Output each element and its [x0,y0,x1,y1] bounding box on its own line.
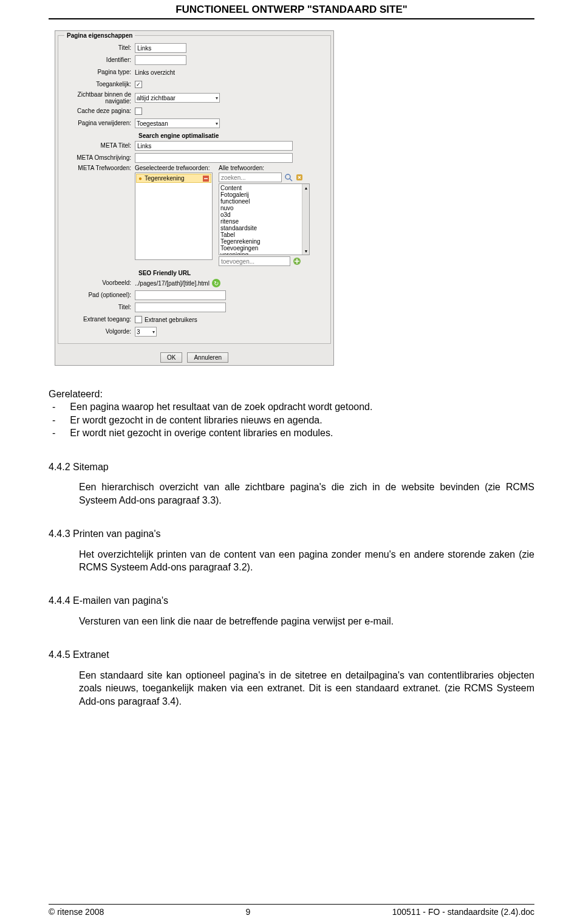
chevron-down-icon: ▾ [216,121,218,126]
input-titel[interactable] [135,43,186,53]
kw-add-input[interactable] [219,256,290,266]
label-meta-omschrijving: META Omschrijving: [62,154,135,162]
seo-url-heading: SEO Friendly URL [138,270,327,276]
related-item-text: Een pagina waarop het resultaat van de z… [70,400,372,413]
value-paginatype: Links overzicht [135,69,327,76]
label-zichtbaar: Zichtbaar binnen de navigatie: [62,91,135,104]
bullet-dash: - [52,426,55,439]
add-keyword-icon[interactable] [293,257,301,265]
footer-left: © ritense 2008 [49,907,104,917]
document-page: FUNCTIONEEL ONTWERP "STANDAARD SITE" Pag… [0,0,583,924]
fieldset-legend: Pagina eigenschappen [64,32,135,39]
kw-search-input[interactable] [219,173,282,182]
checkbox-cache[interactable] [135,108,142,115]
scroll-up-icon[interactable]: ▴ [302,184,309,191]
label-volgorde: Volgorde: [62,328,135,335]
label-meta-titel: META Titel: [62,142,135,149]
label-titel: Titel: [62,44,135,52]
page-header-title: FUNCTIONEEL ONTWERP "STANDAARD SITE" [49,0,534,18]
kw-selected-item[interactable]: ●Tegenrekening [136,174,211,183]
kw-all-heading: Alle trefwoorden: [219,165,310,171]
related-item: - Een pagina waarop het resultaat van de… [49,400,534,413]
select-volgorde[interactable]: 3 ▾ [135,327,157,337]
related-item-text: Er wordt niet gezocht in overige content… [70,426,333,439]
svg-line-2 [290,179,292,181]
kw-selected-list[interactable]: ●Tegenrekening [135,173,213,260]
kw-list-item[interactable]: functioneel [220,198,299,205]
page-properties-dialog: Pagina eigenschappen Titel: Identifier: … [55,30,334,366]
section-heading: 4.4.3 Printen van pagina's [49,527,534,540]
section-body: Versturen van een link die naar de betre… [49,615,534,628]
select-zichtbaar[interactable]: altijd zichtbaar ▾ [135,93,220,103]
extranet-checkbox-label: Extranet gebruikers [145,317,197,323]
input-identifier[interactable] [135,55,186,65]
kw-list-item[interactable]: Tabel [220,231,299,238]
seo-section-heading: Search engine optimalisatie [138,132,327,139]
input-pad[interactable] [135,290,226,300]
checkbox-extranet[interactable] [135,316,142,323]
section-body: Een standaard site kan optioneel pagina'… [49,669,534,708]
kw-list-item[interactable]: o3d [220,211,299,218]
input-titel2[interactable] [135,303,226,312]
kw-list-item[interactable]: vereniging [220,252,299,255]
checkbox-toegankelijk[interactable]: ✓ [135,81,142,88]
chevron-down-icon: ▾ [216,95,218,101]
dialog-button-bar: OK Annuleren [55,349,333,365]
kw-list-item[interactable]: Content [220,185,299,191]
kw-selected-heading: Geselecteerde trefwoorden: [135,165,213,171]
select-volgorde-value: 3 [137,329,140,335]
svg-point-1 [285,174,290,179]
related-item: - Er wordt gezocht in de content librari… [49,414,534,426]
refresh-icon[interactable]: ↻ [212,279,220,287]
page-footer: © ritense 2008 9 100511 - FO - standaard… [49,904,534,917]
footer-rule [49,904,534,905]
remove-keyword-icon[interactable] [203,176,209,182]
scroll-down-icon[interactable]: ▾ [302,247,309,255]
label-paginatype: Pagina type: [62,69,135,76]
bullet-dash: - [52,400,55,413]
section-heading: 4.4.2 Sitemap [49,460,534,473]
related-item: - Er wordt niet gezocht in overige conte… [49,426,534,439]
input-meta-titel[interactable] [135,141,293,151]
label-meta-trefwoorden: META Trefwoorden: [62,165,135,172]
label-titel2: Titel: [62,304,135,311]
select-verwijderen-value: Toegestaan [137,120,168,127]
chevron-down-icon: ▾ [152,329,155,335]
kw-list-item[interactable]: Tegenrekening [220,238,299,245]
ok-button[interactable]: OK [160,352,182,363]
kw-list-item[interactable]: standaardsite [220,225,299,231]
label-voorbeeld: Voorbeeld: [62,279,135,287]
kw-selected-item-label: Tegenrekening [145,175,185,182]
label-cache: Cache deze pagina: [62,108,135,115]
section-body: Het overzichtelijk printen van de conten… [49,548,534,574]
kw-list-item[interactable]: nuvo [220,205,299,211]
kw-list-item[interactable]: ritense [220,218,299,225]
search-icon[interactable] [284,173,293,182]
label-extranet: Extranet toegang: [62,316,135,323]
section-heading: 4.4.5 Extranet [49,648,534,661]
related-heading: Gerelateerd: [49,388,534,400]
kw-list-item[interactable]: Fotogalerij [220,191,299,198]
label-pad: Pad (optioneel): [62,292,135,299]
body-text: Gerelateerd: - Een pagina waarop het res… [49,388,534,708]
related-item-text: Er wordt gezocht in de content libraries… [70,414,322,426]
input-meta-omschrijving[interactable] [135,153,293,163]
bullet-dash: - [52,414,55,426]
select-verwijderen[interactable]: Toegestaan ▾ [135,118,220,128]
scrollbar-track[interactable] [302,191,309,247]
select-zichtbaar-value: altijd zichtbaar [137,95,176,101]
label-identifier: Identifier: [62,56,135,64]
footer-page-number: 9 [246,907,251,917]
label-verwijderen: Pagina verwijderen: [62,120,135,127]
cancel-button[interactable]: Annuleren [187,352,228,363]
label-toegankelijk: Toegankelijk: [62,81,135,88]
kw-list-item[interactable]: Toevoegingen [220,245,299,252]
footer-right: 100511 - FO - standaardsite (2.4).doc [392,907,534,917]
kw-all-list[interactable]: ▴ ▾ Content Fotogalerij functioneel nuvo… [219,183,310,255]
section-body: Een hierarchisch overzicht van alle zich… [49,481,534,507]
clear-search-icon[interactable] [295,173,304,182]
value-voorbeeld: ../pages/17/[path]/[title].html [135,280,210,287]
header-rule [49,18,534,19]
section-heading: 4.4.4 E-mailen van pagina's [49,594,534,607]
